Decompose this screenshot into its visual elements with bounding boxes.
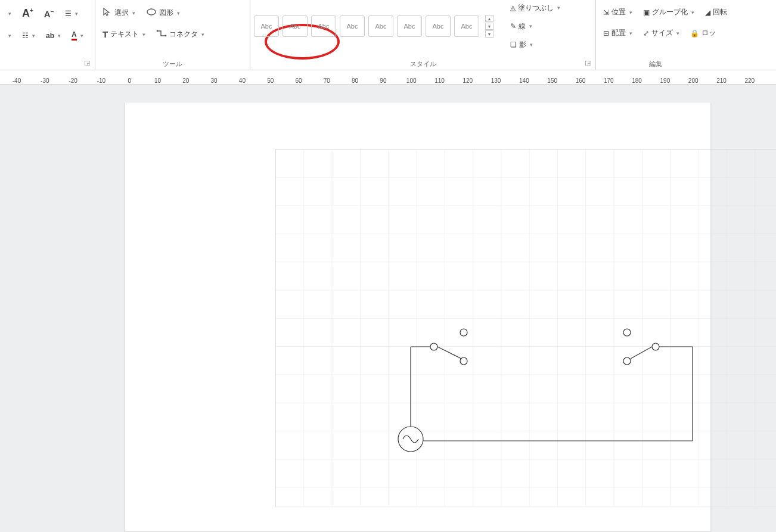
position-icon: ⇲ bbox=[603, 8, 609, 17]
dropdown-small[interactable]: ▾ bbox=[4, 8, 15, 19]
style-dialog-launcher[interactable]: ◲ bbox=[585, 59, 593, 67]
group-label bbox=[4, 66, 91, 69]
font-color-button[interactable]: A▾ bbox=[68, 28, 87, 43]
ruler-tick: 120 bbox=[463, 77, 473, 84]
text-icon: T bbox=[103, 29, 108, 39]
style-group: Abc Abc Abc Abc Abc Abc Abc Abc ▴ ▾ ▾ ◬塗… bbox=[250, 0, 596, 70]
dialog-launcher-icon[interactable]: ◲ bbox=[84, 59, 92, 67]
align-edit-button[interactable]: ⊟配置▾ bbox=[600, 26, 636, 41]
text-label: テキスト bbox=[110, 29, 139, 39]
ruler-tick: 90 bbox=[380, 77, 386, 84]
ruler-tick: 200 bbox=[688, 77, 699, 84]
svg-point-8 bbox=[430, 343, 437, 350]
gallery-down-button[interactable]: ▾ bbox=[485, 23, 493, 30]
gallery-more-button[interactable]: ▾ bbox=[485, 30, 493, 38]
tools-group-label: ツール bbox=[99, 57, 246, 69]
text-format-button[interactable]: ab▾ bbox=[42, 29, 64, 42]
svg-point-11 bbox=[460, 329, 467, 336]
align-button[interactable]: ☰▾ bbox=[61, 7, 82, 20]
svg-point-2 bbox=[165, 35, 167, 37]
style-item-2[interactable]: Abc bbox=[283, 15, 308, 37]
drawing-page[interactable] bbox=[125, 102, 710, 531]
select-tool-button[interactable]: 選択▾ bbox=[99, 5, 139, 21]
connector-label: コネクタ bbox=[169, 29, 198, 39]
list-button[interactable]: ☷▾ bbox=[18, 29, 39, 42]
style-gallery: Abc Abc Abc Abc Abc Abc Abc Abc ▴ ▾ ▾ ◬塗… bbox=[254, 1, 592, 52]
ruler-tick: 0 bbox=[128, 77, 131, 84]
ruler-tick: 150 bbox=[547, 77, 557, 84]
group-icon: ▣ bbox=[643, 8, 650, 17]
lock-icon: 🔒 bbox=[690, 29, 699, 38]
shape-label: 図形 bbox=[159, 8, 173, 18]
edit-group-label: 編集 bbox=[600, 57, 712, 69]
align-left-icon: ☰ bbox=[65, 10, 72, 18]
ribbon: ▾ A+ A− ☰▾ ▾ ☷▾ ab▾ A▾ ◲ 選択▾ bbox=[0, 0, 776, 70]
drawing-grid bbox=[275, 149, 776, 506]
horizontal-ruler: -40-30-20-100102030405060708090100110120… bbox=[0, 70, 776, 85]
svg-point-12 bbox=[623, 357, 631, 365]
ruler-tick: 130 bbox=[491, 77, 501, 84]
ruler-tick: 220 bbox=[744, 77, 755, 84]
shadow-button[interactable]: ❏影▾ bbox=[507, 38, 564, 52]
size-icon: ⤢ bbox=[643, 29, 649, 38]
text-tool-button[interactable]: T テキスト▾ bbox=[99, 27, 149, 42]
ruler-tick: 60 bbox=[295, 77, 302, 84]
shape-tool-button[interactable]: 図形▾ bbox=[142, 5, 184, 20]
style-item-8[interactable]: Abc bbox=[454, 15, 479, 37]
style-item-4[interactable]: Abc bbox=[340, 15, 365, 37]
svg-rect-3 bbox=[275, 149, 776, 506]
gallery-up-button[interactable]: ▴ bbox=[485, 15, 493, 22]
decrease-font-button[interactable]: A− bbox=[41, 6, 58, 21]
connector-icon bbox=[156, 29, 167, 39]
ruler-tick: -40 bbox=[13, 77, 21, 84]
canvas-area[interactable] bbox=[0, 85, 776, 532]
ruler-tick: 180 bbox=[632, 77, 642, 84]
list-icon: ☷ bbox=[22, 32, 29, 40]
svg-point-15 bbox=[652, 343, 659, 350]
line-button[interactable]: ✎線▾ bbox=[507, 19, 564, 34]
ruler-tick: 190 bbox=[660, 77, 671, 84]
select-label: 選択 bbox=[114, 8, 129, 18]
style-group-label: スタイル bbox=[254, 57, 592, 69]
style-item-7[interactable]: Abc bbox=[426, 15, 451, 37]
tools-group: 選択▾ 図形▾ T テキスト▾ コネクタ▾ ツール bbox=[95, 0, 250, 70]
fill-button[interactable]: ◬塗りつぶし▾ bbox=[507, 1, 564, 15]
svg-point-13 bbox=[623, 329, 631, 336]
ruler-tick: 10 bbox=[154, 77, 161, 84]
rotate-icon: ◢ bbox=[705, 8, 710, 17]
rotate-button[interactable]: ◢回転 bbox=[701, 5, 731, 20]
ellipse-icon bbox=[146, 8, 157, 18]
position-button[interactable]: ⇲位置▾ bbox=[600, 5, 636, 20]
style-item-1[interactable]: Abc bbox=[254, 15, 279, 37]
ruler-tick: -30 bbox=[41, 77, 49, 84]
ruler-tick: 70 bbox=[324, 77, 330, 84]
pencil-icon: ✎ bbox=[510, 22, 516, 30]
increase-font-button[interactable]: A+ bbox=[18, 5, 37, 22]
ruler-tick: 170 bbox=[604, 77, 614, 84]
ruler-tick: 210 bbox=[716, 77, 727, 84]
ruler-tick: -10 bbox=[97, 77, 105, 84]
ruler-tick: 110 bbox=[434, 77, 445, 84]
svg-point-0 bbox=[147, 9, 156, 15]
dropdown-small-2[interactable]: ▾ bbox=[4, 30, 15, 41]
ruler-tick: 30 bbox=[211, 77, 218, 84]
ruler-tick: 20 bbox=[182, 77, 189, 84]
pointer-icon bbox=[103, 7, 112, 18]
ruler-tick: 140 bbox=[519, 77, 529, 84]
align-icon: ⊟ bbox=[603, 29, 609, 38]
style-item-6[interactable]: Abc bbox=[397, 15, 422, 37]
ruler-tick: -20 bbox=[69, 77, 77, 84]
ruler-tick: 160 bbox=[576, 77, 586, 84]
edit-group: ⇲位置▾ ▣グループ化▾ ◢回転 ⊟配置▾ ⤢サイズ▾ 🔒ロッ 編集 bbox=[596, 0, 715, 70]
lock-button[interactable]: 🔒ロッ bbox=[687, 26, 719, 41]
size-button[interactable]: ⤢サイズ▾ bbox=[640, 26, 683, 41]
shadow-icon: ❏ bbox=[510, 41, 517, 49]
svg-point-1 bbox=[157, 30, 159, 32]
style-item-3[interactable]: Abc bbox=[311, 15, 336, 37]
svg-point-10 bbox=[460, 357, 467, 365]
style-item-5[interactable]: Abc bbox=[368, 15, 393, 37]
group-button[interactable]: ▣グループ化▾ bbox=[640, 5, 698, 20]
ruler-tick: 100 bbox=[406, 77, 417, 84]
connector-tool-button[interactable]: コネクタ▾ bbox=[153, 27, 208, 42]
ruler-tick: 50 bbox=[267, 77, 274, 84]
